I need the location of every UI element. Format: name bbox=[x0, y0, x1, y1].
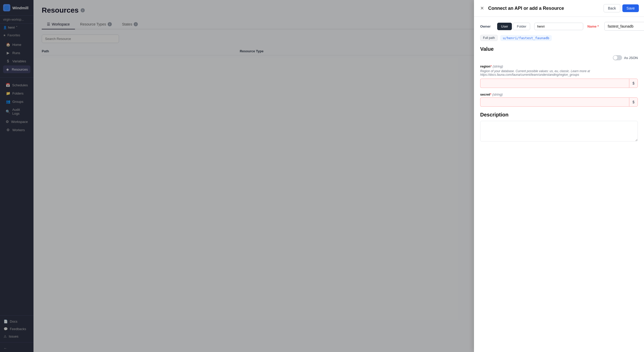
secret-field-block: secret* (string) $ bbox=[480, 93, 638, 107]
owner-row: Owner User Folder Name * bbox=[480, 22, 638, 31]
as-json-toggle[interactable] bbox=[613, 55, 622, 60]
description-section-title: Description bbox=[480, 112, 638, 118]
fullpath-row: Full path u/henri/fastest_faunadb bbox=[480, 35, 638, 41]
modal-header-right: Back Save bbox=[604, 4, 639, 12]
secret-input-row: $ bbox=[480, 97, 638, 107]
owner-user-button[interactable]: User bbox=[497, 23, 512, 30]
main-area: Resources i ☰ Workspace Resource Types i… bbox=[33, 0, 644, 352]
region-dollar-button[interactable]: $ bbox=[629, 79, 638, 88]
save-button[interactable]: Save bbox=[622, 4, 639, 12]
as-json-row: As JSON bbox=[480, 55, 638, 60]
region-input-row: $ bbox=[480, 79, 638, 88]
modal-body: Owner User Folder Name * Full path u bbox=[474, 17, 644, 352]
modal-header-left: ✕ Connect an API or add a Resource bbox=[479, 4, 564, 12]
description-section: Description bbox=[480, 112, 638, 142]
secret-dollar-button[interactable]: $ bbox=[629, 97, 638, 107]
fullpath-badge: Full path bbox=[480, 35, 498, 41]
secret-field-label: secret* (string) bbox=[480, 93, 638, 96]
name-input[interactable] bbox=[604, 22, 644, 31]
region-input[interactable] bbox=[480, 79, 629, 88]
fullpath-value: u/henri/fastest_faunadb bbox=[500, 35, 552, 41]
owner-folder-button[interactable]: Folder bbox=[513, 23, 530, 30]
modal-header: ✕ Connect an API or add a Resource Back … bbox=[474, 0, 644, 17]
description-textarea[interactable] bbox=[480, 121, 638, 141]
modal-close-button[interactable]: ✕ bbox=[479, 4, 485, 12]
region-field-description: Region of your database. Current possibl… bbox=[480, 69, 638, 77]
name-label: Name * bbox=[587, 24, 600, 28]
modal-title: Connect an API or add a Resource bbox=[488, 6, 564, 11]
as-json-label: As JSON bbox=[624, 56, 638, 60]
value-section-title: Value bbox=[480, 46, 638, 52]
user-input[interactable] bbox=[534, 23, 583, 30]
modal-panel: ✕ Connect an API or add a Resource Back … bbox=[474, 0, 644, 352]
secret-input[interactable] bbox=[480, 97, 629, 107]
back-button[interactable]: Back bbox=[604, 4, 620, 12]
region-field-block: region* (string) Region of your database… bbox=[480, 64, 638, 88]
owner-buttons: User Folder bbox=[497, 23, 530, 30]
toggle-knob bbox=[613, 56, 617, 60]
modal-overlay: ✕ Connect an API or add a Resource Back … bbox=[33, 0, 644, 352]
owner-label: Owner bbox=[480, 24, 493, 28]
region-field-label: region* (string) bbox=[480, 64, 638, 68]
name-required-star: * bbox=[597, 24, 599, 28]
